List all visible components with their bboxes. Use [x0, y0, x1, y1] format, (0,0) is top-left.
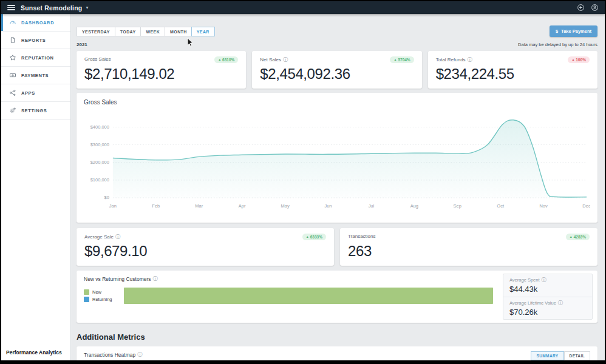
- kpi-label: Gross Sales: [84, 56, 111, 62]
- kpi-card-gross-sales: Gross Sales ▲6310% $2,710,149.02: [77, 51, 246, 89]
- stat-average-lifetime-value: Average Lifetime Valueⓘ $70.26k: [503, 297, 592, 320]
- sidebar-item-label: REPORTS: [21, 38, 46, 43]
- date-range-tabs: YESTERDAY TODAY WEEK MONTH YEAR: [77, 27, 215, 36]
- kpi-card-transactions: Transactions ▲4283% 263: [340, 228, 597, 266]
- stat-label: Average Spent: [509, 277, 539, 283]
- kpi-value: $2,454,092.36: [260, 66, 414, 83]
- trend-badge: ▲4283%: [566, 234, 590, 240]
- legend-item-new: New: [84, 289, 124, 295]
- trend-up-icon: ▲: [570, 235, 573, 238]
- transactions-heatmap-card: Transactions Heatmapⓘ SUMMARY DETAIL: [77, 346, 597, 360]
- info-icon[interactable]: ⓘ: [558, 300, 563, 306]
- tab-yesterday[interactable]: YESTERDAY: [77, 27, 115, 36]
- customers-card: New vs Returning Customersⓘ New Returnin…: [77, 271, 597, 323]
- svg-text:Sep: Sep: [454, 203, 461, 209]
- stat-average-spent: Average Spentⓘ $44.43k: [503, 274, 592, 297]
- gross-sales-chart-card: Gross Sales $0$100,000$200,000$300,000$4…: [77, 93, 597, 223]
- screen-frame: Sunset Remodeling ▾ DASHBOARD REPORTS RE…: [0, 0, 606, 364]
- chevron-down-icon[interactable]: ▾: [86, 5, 88, 10]
- legend-label: New: [92, 289, 101, 295]
- trend-value: 5704%: [398, 58, 410, 62]
- chart-area: $0$100,000$200,000$300,000$400,000JanFeb…: [84, 107, 590, 220]
- hamburger-menu-icon[interactable]: [7, 5, 15, 10]
- info-icon[interactable]: ⓘ: [137, 351, 142, 358]
- info-icon[interactable]: ⓘ: [283, 56, 288, 63]
- sidebar-item-label: APPS: [21, 90, 35, 96]
- filter-row: YESTERDAY TODAY WEEK MONTH YEAR $ Take P…: [77, 25, 597, 37]
- trend-up-icon: ▲: [306, 235, 309, 238]
- trend-up-icon: ▲: [571, 58, 574, 61]
- sidebar-item-label: REPUTATION: [21, 55, 54, 61]
- sidebar-item-apps[interactable]: APPS: [1, 84, 70, 102]
- sidebar-item-label: DASHBOARD: [21, 20, 54, 25]
- svg-text:Jun: Jun: [324, 203, 332, 209]
- info-icon[interactable]: ⓘ: [115, 234, 120, 240]
- trend-value: 4283%: [574, 235, 586, 239]
- banknote-icon: [9, 72, 16, 79]
- tab-year[interactable]: YEAR: [191, 27, 215, 36]
- svg-text:$300,000: $300,000: [90, 142, 109, 147]
- svg-text:$100,000: $100,000: [90, 177, 109, 183]
- dollar-icon: $: [556, 29, 558, 34]
- svg-text:Jan: Jan: [109, 203, 117, 209]
- legend-swatch-returning: [84, 297, 89, 302]
- svg-text:Nov: Nov: [539, 203, 548, 209]
- tab-today[interactable]: TODAY: [115, 27, 141, 36]
- customer-stats-panel: Average Spentⓘ $44.43k Average Lifetime …: [503, 274, 593, 320]
- sidebar: DASHBOARD REPORTS REPUTATION PAYMENTS AP…: [1, 14, 71, 360]
- data-delay-notice: Data may be delayed by up to 24 hours: [518, 42, 597, 47]
- gauge-icon: [9, 19, 16, 26]
- add-icon[interactable]: [577, 4, 585, 12]
- info-icon[interactable]: ⓘ: [153, 275, 158, 282]
- svg-text:$0: $0: [104, 195, 109, 200]
- main-content: YESTERDAY TODAY WEEK MONTH YEAR $ Take P…: [71, 14, 605, 360]
- trend-up-icon: ▲: [393, 58, 397, 61]
- kpi-value: 263: [348, 243, 590, 260]
- company-title[interactable]: Sunset Remodeling: [21, 4, 82, 12]
- kpi-label: Net Salesⓘ: [260, 56, 288, 63]
- kpi-label: Average Saleⓘ: [84, 234, 120, 240]
- svg-text:Jul: Jul: [369, 203, 375, 209]
- gross-sales-chart-svg[interactable]: $0$100,000$200,000$300,000$400,000JanFeb…: [84, 107, 590, 217]
- info-icon[interactable]: ⓘ: [468, 56, 472, 63]
- toggle-detail-button[interactable]: DETAIL: [564, 351, 590, 360]
- take-payment-button[interactable]: $ Take Payment: [550, 25, 597, 37]
- kpi-card-total-refunds: Total Refundsⓘ ▲100% $234,224.55: [428, 51, 597, 89]
- account-icon[interactable]: [591, 4, 599, 12]
- stat-value: $70.26k: [509, 308, 586, 317]
- kpi-value: $234,224.55: [436, 66, 590, 83]
- period-label: 2021: [77, 42, 87, 47]
- svg-text:Apr: Apr: [239, 203, 246, 209]
- heatmap-title: Transactions Heatmapⓘ: [84, 351, 142, 358]
- kpi-value: $2,710,149.02: [84, 66, 238, 83]
- kpi-card-average-sale: Average Saleⓘ ▲6333% $9,679.10: [77, 228, 334, 266]
- tab-month[interactable]: MONTH: [165, 27, 192, 36]
- sidebar-item-reports[interactable]: REPORTS: [1, 32, 70, 49]
- new-customers-bar[interactable]: [124, 288, 493, 304]
- trend-value: 6333%: [310, 235, 322, 239]
- sidebar-item-reputation[interactable]: REPUTATION: [1, 49, 70, 67]
- legend-label: Returning: [92, 297, 112, 302]
- trend-value: 6310%: [222, 58, 234, 62]
- kpi-row-top: Gross Sales ▲6310% $2,710,149.02 Net Sal…: [77, 51, 597, 89]
- apps-icon: [9, 89, 16, 96]
- chart-title: Gross Sales: [84, 99, 590, 106]
- sidebar-item-label: SETTINGS: [21, 108, 47, 113]
- sidebar-item-settings[interactable]: SETTINGS: [1, 102, 70, 120]
- report-icon: [9, 36, 16, 44]
- info-icon[interactable]: ⓘ: [541, 277, 546, 283]
- svg-text:May: May: [281, 203, 290, 209]
- kpi-value: $9,679.10: [84, 243, 326, 260]
- tab-week[interactable]: WEEK: [140, 27, 165, 36]
- sidebar-item-dashboard[interactable]: DASHBOARD: [1, 14, 70, 32]
- trend-badge: ▲6333%: [302, 234, 326, 240]
- trend-up-icon: ▲: [218, 58, 221, 61]
- toggle-summary-button[interactable]: SUMMARY: [531, 351, 563, 360]
- sidebar-item-payments[interactable]: PAYMENTS: [1, 67, 70, 84]
- svg-text:Aug: Aug: [410, 203, 418, 209]
- trend-value: 100%: [576, 58, 586, 62]
- stat-label: Average Lifetime Value: [509, 300, 556, 306]
- kpi-card-net-sales: Net Salesⓘ ▲5704% $2,454,092.36: [252, 51, 421, 89]
- kpi-label: Total Refundsⓘ: [436, 56, 472, 63]
- additional-metrics-heading: Additional Metrics: [77, 332, 597, 342]
